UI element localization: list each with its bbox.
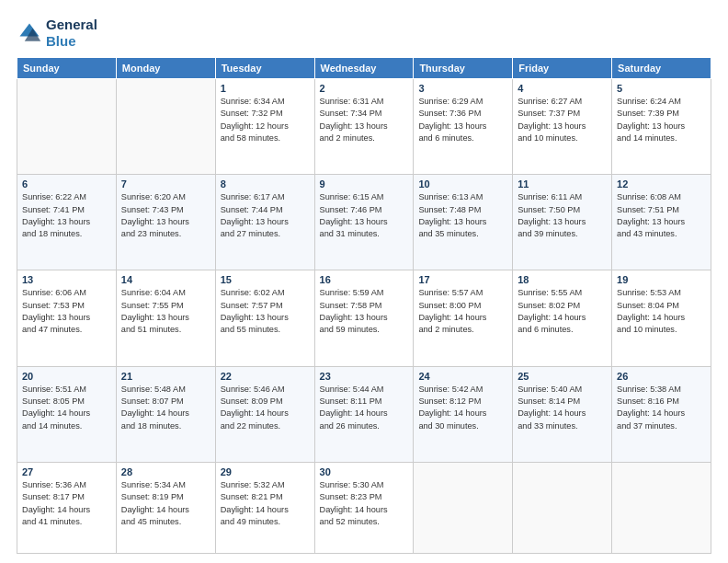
day-info: Sunrise: 6:08 AM Sunset: 7:51 PM Dayligh… [617,191,706,240]
calendar-cell: 14Sunrise: 6:04 AM Sunset: 7:55 PM Dayli… [116,270,215,366]
calendar-week-1: 1Sunrise: 6:34 AM Sunset: 7:32 PM Daylig… [17,79,711,175]
day-info: Sunrise: 6:17 AM Sunset: 7:44 PM Dayligh… [221,191,310,240]
day-number: 6 [22,178,111,190]
day-info: Sunrise: 6:04 AM Sunset: 7:55 PM Dayligh… [121,287,210,336]
day-number: 1 [221,83,310,94]
calendar-table: SundayMondayTuesdayWednesdayThursdayFrid… [17,57,711,554]
page: General Blue SundayMondayTuesdayWednesda… [0,0,728,563]
day-info: Sunrise: 6:29 AM Sunset: 7:36 PM Dayligh… [418,96,507,144]
day-number: 7 [121,178,210,190]
day-number: 3 [418,83,507,94]
calendar-cell [17,79,117,175]
day-number: 18 [518,274,607,285]
column-header-saturday: Saturday [612,58,711,79]
calendar-cell: 26Sunrise: 5:38 AM Sunset: 8:16 PM Dayli… [612,366,711,462]
day-info: Sunrise: 6:27 AM Sunset: 7:37 PM Dayligh… [518,96,607,144]
calendar-cell [612,462,711,553]
calendar-week-3: 13Sunrise: 6:06 AM Sunset: 7:53 PM Dayli… [17,270,711,366]
calendar-cell: 2Sunrise: 6:31 AM Sunset: 7:34 PM Daylig… [314,79,414,175]
calendar-cell: 22Sunrise: 5:46 AM Sunset: 8:09 PM Dayli… [215,366,314,462]
calendar-cell: 1Sunrise: 6:34 AM Sunset: 7:32 PM Daylig… [215,79,314,175]
logo: General Blue [17,17,97,50]
calendar-cell: 8Sunrise: 6:17 AM Sunset: 7:44 PM Daylig… [215,175,314,270]
day-number: 15 [221,274,310,285]
calendar-cell: 21Sunrise: 5:48 AM Sunset: 8:07 PM Dayli… [116,366,215,462]
calendar-cell: 23Sunrise: 5:44 AM Sunset: 8:11 PM Dayli… [314,366,414,462]
day-number: 28 [121,466,210,477]
day-info: Sunrise: 6:13 AM Sunset: 7:48 PM Dayligh… [418,191,507,240]
calendar-cell: 9Sunrise: 6:15 AM Sunset: 7:46 PM Daylig… [314,175,414,270]
calendar-week-5: 27Sunrise: 5:36 AM Sunset: 8:17 PM Dayli… [17,462,711,553]
day-info: Sunrise: 5:38 AM Sunset: 8:16 PM Dayligh… [617,384,706,432]
calendar-cell: 11Sunrise: 6:11 AM Sunset: 7:50 PM Dayli… [513,175,612,270]
day-info: Sunrise: 6:06 AM Sunset: 7:53 PM Dayligh… [22,287,111,336]
logo-icon [17,20,42,46]
day-number: 24 [418,371,507,382]
day-number: 22 [221,371,310,382]
column-header-wednesday: Wednesday [314,58,414,79]
calendar-cell: 19Sunrise: 5:53 AM Sunset: 8:04 PM Dayli… [612,270,711,366]
day-info: Sunrise: 5:53 AM Sunset: 8:04 PM Dayligh… [617,287,706,336]
calendar-cell: 13Sunrise: 6:06 AM Sunset: 7:53 PM Dayli… [17,270,117,366]
header: General Blue [17,17,711,50]
calendar-cell: 16Sunrise: 5:59 AM Sunset: 7:58 PM Dayli… [314,270,414,366]
day-number: 29 [221,466,310,477]
day-info: Sunrise: 5:32 AM Sunset: 8:21 PM Dayligh… [221,479,310,528]
column-header-sunday: Sunday [17,58,117,79]
day-number: 23 [320,371,409,382]
day-number: 27 [22,466,111,477]
day-number: 26 [617,371,706,382]
day-number: 8 [221,178,310,190]
day-number: 17 [418,274,507,285]
column-header-monday: Monday [116,58,215,79]
day-info: Sunrise: 5:46 AM Sunset: 8:09 PM Dayligh… [221,384,310,432]
day-info: Sunrise: 6:02 AM Sunset: 7:57 PM Dayligh… [221,287,310,336]
day-number: 12 [617,178,706,190]
calendar-cell: 18Sunrise: 5:55 AM Sunset: 8:02 PM Dayli… [513,270,612,366]
calendar-header-row: SundayMondayTuesdayWednesdayThursdayFrid… [17,58,711,79]
day-info: Sunrise: 5:57 AM Sunset: 8:00 PM Dayligh… [418,287,507,336]
day-info: Sunrise: 5:59 AM Sunset: 7:58 PM Dayligh… [320,287,409,336]
calendar-cell [513,462,612,553]
day-number: 14 [121,274,210,285]
day-number: 10 [418,178,507,190]
calendar-cell [116,79,215,175]
calendar-cell: 5Sunrise: 6:24 AM Sunset: 7:39 PM Daylig… [612,79,711,175]
calendar-cell: 6Sunrise: 6:22 AM Sunset: 7:41 PM Daylig… [17,175,117,270]
calendar-cell: 30Sunrise: 5:30 AM Sunset: 8:23 PM Dayli… [314,462,414,553]
day-number: 4 [518,83,607,94]
day-info: Sunrise: 5:44 AM Sunset: 8:11 PM Dayligh… [320,384,409,432]
day-number: 11 [518,178,607,190]
day-number: 21 [121,371,210,382]
day-info: Sunrise: 6:15 AM Sunset: 7:46 PM Dayligh… [320,191,409,240]
day-info: Sunrise: 5:36 AM Sunset: 8:17 PM Dayligh… [22,479,111,528]
calendar-cell: 29Sunrise: 5:32 AM Sunset: 8:21 PM Dayli… [215,462,314,553]
day-info: Sunrise: 5:34 AM Sunset: 8:19 PM Dayligh… [121,479,210,528]
day-info: Sunrise: 5:48 AM Sunset: 8:07 PM Dayligh… [121,384,210,432]
calendar-cell: 17Sunrise: 5:57 AM Sunset: 8:00 PM Dayli… [414,270,513,366]
column-header-thursday: Thursday [414,58,513,79]
day-number: 9 [320,178,409,190]
calendar-week-4: 20Sunrise: 5:51 AM Sunset: 8:05 PM Dayli… [17,366,711,462]
calendar-cell: 15Sunrise: 6:02 AM Sunset: 7:57 PM Dayli… [215,270,314,366]
calendar-cell: 10Sunrise: 6:13 AM Sunset: 7:48 PM Dayli… [414,175,513,270]
day-info: Sunrise: 5:30 AM Sunset: 8:23 PM Dayligh… [320,479,409,528]
column-header-tuesday: Tuesday [215,58,314,79]
calendar-cell [414,462,513,553]
day-number: 2 [320,83,409,94]
day-number: 20 [22,371,111,382]
day-info: Sunrise: 6:31 AM Sunset: 7:34 PM Dayligh… [320,96,409,144]
calendar-cell: 20Sunrise: 5:51 AM Sunset: 8:05 PM Dayli… [17,366,117,462]
calendar-cell: 3Sunrise: 6:29 AM Sunset: 7:36 PM Daylig… [414,79,513,175]
calendar-cell: 4Sunrise: 6:27 AM Sunset: 7:37 PM Daylig… [513,79,612,175]
column-header-friday: Friday [513,58,612,79]
day-number: 19 [617,274,706,285]
day-info: Sunrise: 6:22 AM Sunset: 7:41 PM Dayligh… [22,191,111,240]
calendar-cell: 7Sunrise: 6:20 AM Sunset: 7:43 PM Daylig… [116,175,215,270]
day-info: Sunrise: 6:20 AM Sunset: 7:43 PM Dayligh… [121,191,210,240]
day-number: 5 [617,83,706,94]
day-info: Sunrise: 5:55 AM Sunset: 8:02 PM Dayligh… [518,287,607,336]
calendar-week-2: 6Sunrise: 6:22 AM Sunset: 7:41 PM Daylig… [17,175,711,270]
day-info: Sunrise: 6:11 AM Sunset: 7:50 PM Dayligh… [518,191,607,240]
day-info: Sunrise: 6:24 AM Sunset: 7:39 PM Dayligh… [617,96,706,144]
